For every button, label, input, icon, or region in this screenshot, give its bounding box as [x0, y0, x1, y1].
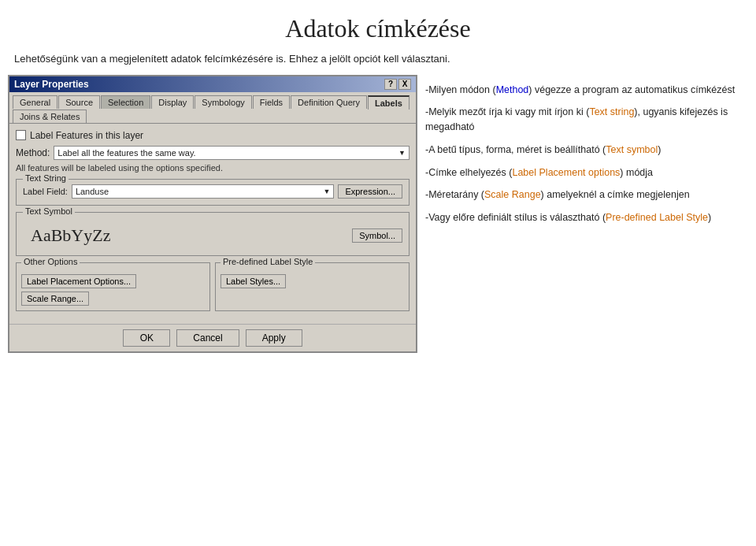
ann1-after: ) végezze a program az automatikus címké…: [528, 84, 735, 95]
titlebar-buttons: ? X: [384, 79, 411, 90]
cancel-button[interactable]: Cancel: [176, 329, 239, 347]
label-field-dropdown[interactable]: Landuse ▼: [72, 184, 335, 199]
label-placement-button[interactable]: Label Placement Options...: [21, 274, 136, 288]
ann4-highlight: Label Placement options: [512, 167, 620, 178]
dialog-footer: OK Cancel Apply: [9, 324, 416, 351]
other-options-group: Other Options Label Placement Options...…: [16, 262, 210, 311]
tab-display[interactable]: Display: [151, 95, 194, 109]
text-string-title: Text String: [23, 173, 69, 183]
help-button[interactable]: ?: [384, 79, 397, 90]
ann6-after: ): [708, 212, 711, 223]
ann2-highlight: Text string: [589, 106, 634, 117]
tab-definition-query[interactable]: Definition Query: [291, 95, 367, 109]
other-options-buttons: Label Placement Options... Scale Range..…: [21, 274, 205, 306]
label-features-row: Label Features in this layer: [16, 130, 410, 141]
annotation-6: -Vagy előre definiált stílus is választh…: [425, 210, 748, 225]
annotation-2: -Melyik mezőt írja ki vagy mit írjon ki …: [425, 105, 748, 135]
ann3-before: -A betű típus, forma, méret is beállítha…: [425, 144, 606, 155]
tab-joins-relates[interactable]: Joins & Relates: [13, 110, 87, 123]
ann5-highlight: Scale Range: [484, 189, 541, 200]
dialog-window: Layer Properties ? X General Source Sele…: [8, 75, 417, 353]
method-dropdown[interactable]: Label all the features the same way. ▼: [54, 146, 410, 160]
tab-selection[interactable]: Selection: [101, 95, 150, 109]
tab-source[interactable]: Source: [58, 95, 100, 109]
method-row: Method: Label all the features the same …: [16, 146, 410, 160]
ann6-highlight: Pre-defined Label Style: [606, 212, 708, 223]
ann5-before: -Méretarány (: [425, 189, 484, 200]
ok-button[interactable]: OK: [123, 329, 170, 347]
right-panel: -Milyen módon (Method) végezze a program…: [425, 75, 748, 353]
ann4-before: -Címke elhelyezés (: [425, 167, 512, 178]
ann3-highlight: Text symbol: [606, 144, 658, 155]
annotation-4: -Címke elhelyezés (Label Placement optio…: [425, 165, 748, 180]
tab-general[interactable]: General: [13, 95, 57, 109]
method-label: Method:: [16, 147, 50, 158]
dialog-title: Layer Properties: [14, 79, 89, 90]
tab-fields[interactable]: Fields: [253, 95, 290, 109]
tab-symbology[interactable]: Symbology: [195, 95, 251, 109]
label-styles-button[interactable]: Label Styles...: [220, 274, 286, 288]
intro-text: Lehetőségünk van a megjelenített adatok …: [0, 51, 756, 75]
label-field-value: Landuse: [76, 187, 109, 196]
method-value: Label all the features the same way.: [57, 148, 195, 158]
dialog-titlebar: Layer Properties ? X: [9, 76, 416, 92]
label-dropdown-arrow-icon: ▼: [323, 188, 330, 195]
label-features-checkbox[interactable]: [16, 130, 26, 140]
text-symbol-title: Text Symbol: [23, 206, 75, 216]
pre-defined-buttons: Label Styles...: [220, 274, 404, 288]
ann1-highlight: Method: [496, 84, 529, 95]
annotation-5: -Méretarány (Scale Range) amelyeknél a c…: [425, 188, 748, 202]
apply-button[interactable]: Apply: [246, 329, 302, 347]
dropdown-arrow-icon: ▼: [398, 149, 406, 157]
close-button[interactable]: X: [398, 79, 411, 90]
tabs-row: General Source Selection Display Symbolo…: [9, 92, 416, 123]
ann2-before: -Melyik mezőt írja ki vagy mit írjon ki …: [425, 106, 589, 117]
tab-labels[interactable]: Labels: [368, 95, 410, 110]
symbol-button[interactable]: Symbol...: [352, 228, 402, 243]
bottom-options-row: Other Options Label Placement Options...…: [16, 262, 410, 311]
label-features-text: Label Features in this layer: [30, 130, 143, 141]
ann5-after: ) amelyeknél a címke megjelenjen: [541, 189, 690, 200]
font-preview: AaBbYyZz: [23, 222, 118, 249]
ann1-before: -Milyen módon (: [425, 84, 496, 95]
main-layout: Layer Properties ? X General Source Sele…: [0, 75, 756, 353]
page-title: Adatok címkézése: [0, 0, 756, 51]
pre-defined-group: Pre-defined Label Style Label Styles...: [215, 262, 410, 311]
ann3-after: ): [658, 144, 661, 155]
ann4-after: ) módja: [620, 167, 653, 178]
info-text: All features will be labeled using the o…: [16, 163, 410, 173]
text-string-group: Text String Label Field: Landuse ▼ Expre…: [16, 179, 410, 206]
label-field-row: Label Field: Landuse ▼ Expression...: [23, 184, 402, 199]
ann6-before: -Vagy előre definiált stílus is választh…: [425, 212, 606, 223]
annotation-1: -Milyen módon (Method) végezze a program…: [425, 83, 748, 98]
text-symbol-inner: AaBbYyZz Symbol...: [23, 217, 402, 249]
annotation-3: -A betű típus, forma, méret is beállítha…: [425, 143, 748, 158]
dialog-content: Label Features in this layer Method: Lab…: [9, 123, 416, 324]
pre-defined-title: Pre-defined Label Style: [220, 257, 315, 266]
other-options-title: Other Options: [21, 257, 80, 266]
scale-range-button[interactable]: Scale Range...: [21, 292, 89, 306]
label-field-label: Label Field:: [23, 187, 68, 196]
expression-button[interactable]: Expression...: [338, 184, 402, 199]
text-symbol-group: Text Symbol AaBbYyZz Symbol...: [16, 212, 410, 256]
